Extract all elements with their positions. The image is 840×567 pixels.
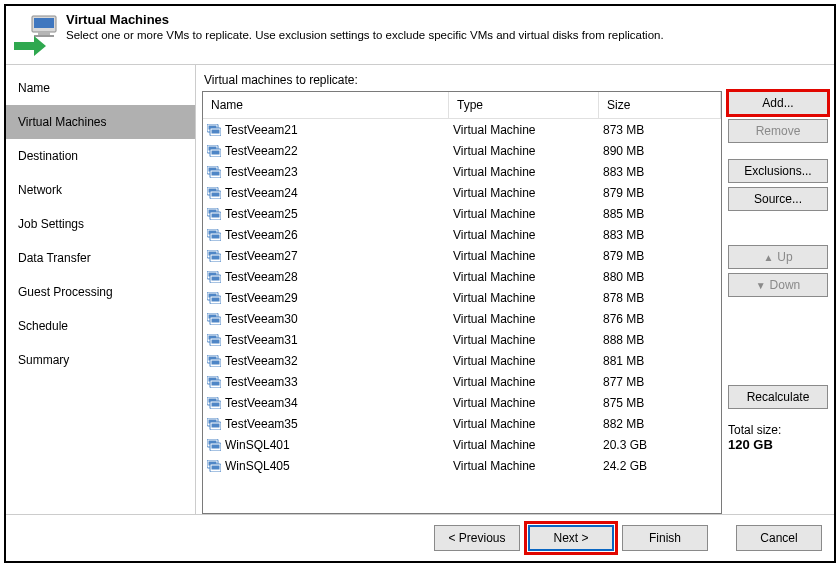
table-row[interactable]: TestVeeam30Virtual Machine876 MB [203,308,721,329]
total-size-label: Total size: [728,423,828,437]
move-up-label: Up [777,250,792,264]
finish-button[interactable]: Finish [622,525,708,551]
row-type: Virtual Machine [453,312,603,326]
sidebar-item-destination[interactable]: Destination [6,139,195,173]
cancel-button[interactable]: Cancel [736,525,822,551]
row-type: Virtual Machine [453,396,603,410]
svg-rect-2 [38,32,50,35]
row-size: 882 MB [603,417,721,431]
svg-rect-52 [212,360,220,364]
wizard-header-text: Virtual Machines Select one or more VMs … [66,10,664,41]
sidebar-item-schedule[interactable]: Schedule [6,309,195,343]
table-row[interactable]: WinSQL401Virtual Machine20.3 GB [203,434,721,455]
sidebar-item-guest-processing[interactable]: Guest Processing [6,275,195,309]
vm-table-body[interactable]: TestVeeam21Virtual Machine873 MBTestVeea… [203,119,721,513]
svg-rect-1 [34,18,54,28]
move-up-button[interactable]: ▲ Up [728,245,828,269]
row-size: 878 MB [603,291,721,305]
svg-rect-56 [212,381,220,385]
row-size: 885 MB [603,207,721,221]
wizard-body: NameVirtual MachinesDestinationNetworkJo… [6,65,834,514]
page-subtitle: Select one or more VMs to replicate. Use… [66,29,664,41]
table-row[interactable]: TestVeeam25Virtual Machine885 MB [203,203,721,224]
row-type: Virtual Machine [453,228,603,242]
next-button[interactable]: Next > [528,525,614,551]
row-name: TestVeeam29 [225,291,298,305]
total-size-value: 120 GB [728,437,828,452]
table-row[interactable]: TestVeeam28Virtual Machine880 MB [203,266,721,287]
svg-marker-4 [14,36,46,56]
vm-table-header: Name Type Size [203,92,721,119]
sidebar-item-virtual-machines[interactable]: Virtual Machines [6,105,195,139]
table-row[interactable]: TestVeeam35Virtual Machine882 MB [203,413,721,434]
table-row[interactable]: TestVeeam27Virtual Machine879 MB [203,245,721,266]
row-type: Virtual Machine [453,459,603,473]
svg-rect-68 [212,444,220,448]
row-type: Virtual Machine [453,291,603,305]
row-name: TestVeeam34 [225,396,298,410]
sidebar-item-name[interactable]: Name [6,71,195,105]
row-type: Virtual Machine [453,333,603,347]
exclusions-button[interactable]: Exclusions... [728,159,828,183]
row-size: 20.3 GB [603,438,721,452]
move-down-button[interactable]: ▼ Down [728,273,828,297]
sidebar-item-network[interactable]: Network [6,173,195,207]
row-size: 876 MB [603,312,721,326]
row-size: 875 MB [603,396,721,410]
row-name: WinSQL401 [225,438,290,452]
remove-button[interactable]: Remove [728,119,828,143]
col-header-size[interactable]: Size [599,92,721,118]
table-row[interactable]: TestVeeam24Virtual Machine879 MB [203,182,721,203]
previous-button[interactable]: < Previous [434,525,520,551]
wizard-footer: < Previous Next > Finish Cancel [6,514,834,561]
svg-rect-28 [212,234,220,238]
row-name: TestVeeam28 [225,270,298,284]
table-row[interactable]: TestVeeam29Virtual Machine878 MB [203,287,721,308]
wizard-header-icon [12,14,60,56]
table-row[interactable]: TestVeeam22Virtual Machine890 MB [203,140,721,161]
vm-icon [207,250,221,262]
svg-rect-20 [212,192,220,196]
table-row[interactable]: TestVeeam32Virtual Machine881 MB [203,350,721,371]
row-type: Virtual Machine [453,207,603,221]
table-row[interactable]: TestVeeam26Virtual Machine883 MB [203,224,721,245]
table-row[interactable]: TestVeeam31Virtual Machine888 MB [203,329,721,350]
vm-icon [207,208,221,220]
arrow-down-icon: ▼ [756,280,766,291]
col-header-name[interactable]: Name [203,92,449,118]
sidebar-item-data-transfer[interactable]: Data Transfer [6,241,195,275]
vm-icon [207,313,221,325]
sidebar-item-job-settings[interactable]: Job Settings [6,207,195,241]
row-type: Virtual Machine [453,165,603,179]
row-size: 880 MB [603,270,721,284]
svg-rect-60 [212,402,220,406]
col-header-type[interactable]: Type [449,92,599,118]
table-row[interactable]: WinSQL405Virtual Machine24.2 GB [203,455,721,476]
svg-rect-16 [212,171,220,175]
vm-icon [207,397,221,409]
add-button[interactable]: Add... [728,91,828,115]
svg-rect-48 [212,339,220,343]
table-row[interactable]: TestVeeam23Virtual Machine883 MB [203,161,721,182]
row-type: Virtual Machine [453,270,603,284]
vm-icon [207,187,221,199]
row-type: Virtual Machine [453,144,603,158]
section-label: Virtual machines to replicate: [204,73,828,87]
sidebar-item-summary[interactable]: Summary [6,343,195,377]
source-button[interactable]: Source... [728,187,828,211]
table-row[interactable]: TestVeeam34Virtual Machine875 MB [203,392,721,413]
table-row[interactable]: TestVeeam33Virtual Machine877 MB [203,371,721,392]
table-row[interactable]: TestVeeam21Virtual Machine873 MB [203,119,721,140]
vm-icon [207,418,221,430]
row-name: TestVeeam33 [225,375,298,389]
vm-side-buttons: Add... Remove Exclusions... Source... ▲ … [728,91,828,514]
row-type: Virtual Machine [453,375,603,389]
row-type: Virtual Machine [453,123,603,137]
row-size: 879 MB [603,249,721,263]
recalculate-button[interactable]: Recalculate [728,385,828,409]
row-size: 873 MB [603,123,721,137]
wizard-steps-sidebar: NameVirtual MachinesDestinationNetworkJo… [6,65,196,514]
row-size: 24.2 GB [603,459,721,473]
arrow-up-icon: ▲ [763,252,773,263]
wizard-main: Virtual machines to replicate: Name Type… [196,65,834,514]
